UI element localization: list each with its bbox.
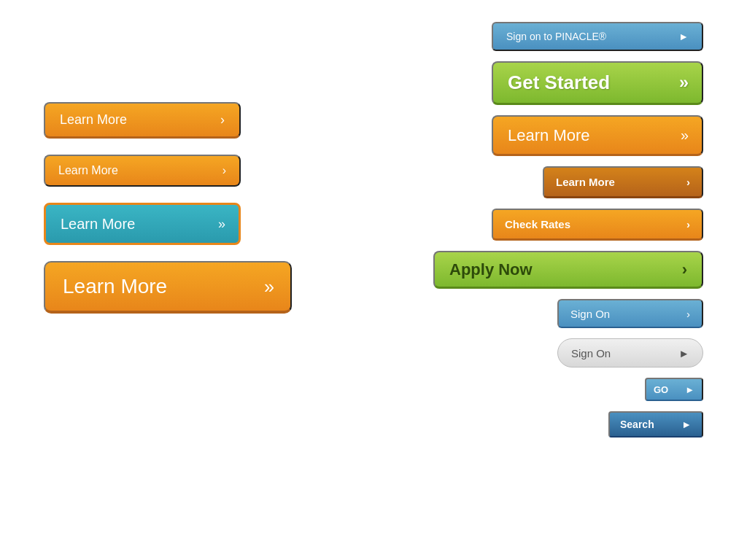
check-rates-btn[interactable]: Check Rates ›: [492, 209, 703, 241]
btn-label: Learn More: [556, 176, 615, 188]
arrow-icon: ›: [686, 176, 690, 188]
btn-label: Get Started: [508, 71, 610, 94]
learn-more-btn-right-2[interactable]: Learn More ›: [543, 166, 703, 198]
arrow-icon: »: [681, 127, 687, 144]
btn-label: Learn More: [63, 275, 167, 298]
arrow-icon: ►: [678, 31, 689, 42]
sign-on-pinacle-btn[interactable]: Sign on to PINACLE® ►: [492, 22, 703, 51]
btn-label: Learn More: [61, 216, 135, 233]
arrow-icon: ›: [686, 218, 690, 230]
btn-label: Sign on to PINACLE®: [506, 31, 606, 42]
right-column: Sign on to PINACLE® ► Get Started » Lear…: [433, 22, 703, 438]
btn-label: GO: [654, 384, 668, 395]
btn-label: Search: [620, 419, 654, 430]
arrow-icon: ›: [686, 308, 690, 320]
learn-more-btn-right-1[interactable]: Learn More »: [492, 115, 703, 156]
btn-label: Check Rates: [505, 218, 570, 230]
learn-more-btn-2[interactable]: Learn More ›: [44, 155, 241, 187]
sign-on-btn-1[interactable]: Sign On ›: [557, 299, 703, 328]
go-btn[interactable]: GO ►: [645, 378, 703, 401]
left-column: Learn More › Learn More › Learn More » L…: [44, 102, 292, 314]
arrow-icon: ►: [678, 347, 689, 359]
btn-label: Learn More: [508, 126, 590, 145]
learn-more-btn-1[interactable]: Learn More ›: [44, 102, 241, 139]
get-started-btn[interactable]: Get Started »: [492, 61, 703, 105]
btn-label: Learn More: [60, 112, 127, 128]
arrow-icon: »: [218, 217, 224, 232]
arrow-icon: ›: [220, 112, 225, 128]
learn-more-btn-3[interactable]: Learn More »: [44, 203, 241, 245]
arrow-icon: ›: [222, 164, 226, 177]
btn-label: Sign On: [571, 347, 611, 359]
apply-now-btn[interactable]: Apply Now ›: [433, 251, 703, 289]
learn-more-btn-4[interactable]: Learn More »: [44, 261, 292, 314]
btn-label: Sign On: [570, 308, 610, 320]
arrow-icon: »: [679, 73, 687, 93]
arrow-icon: ›: [682, 260, 687, 279]
btn-label: Apply Now: [449, 260, 533, 279]
arrow-icon: »: [264, 276, 273, 298]
arrow-icon: ►: [681, 419, 692, 430]
search-btn[interactable]: Search ►: [608, 411, 703, 438]
btn-label: Learn More: [58, 164, 118, 177]
sign-on-btn-2[interactable]: Sign On ►: [557, 338, 703, 368]
arrow-icon: ►: [685, 384, 694, 395]
